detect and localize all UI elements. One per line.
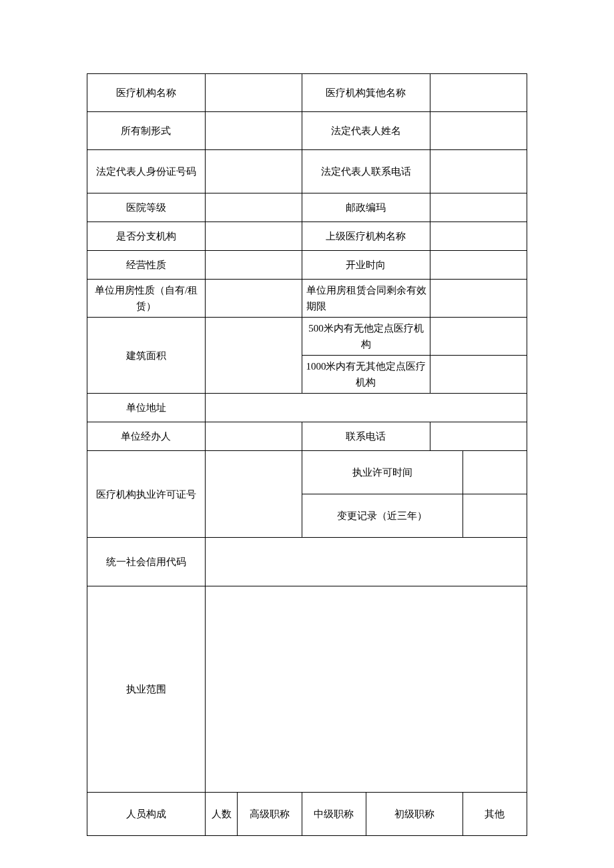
label-building-area: 建筑面积 (87, 318, 206, 394)
label-license-time: 执业许可时间 (302, 451, 463, 494)
value-operator (205, 422, 302, 451)
value-contact-phone (430, 422, 527, 451)
value-500m-nearby (430, 318, 527, 356)
label-org-other-name: 医疗机构箕他名称 (302, 74, 430, 112)
label-parent-org: 上级医疗机构名称 (302, 222, 430, 251)
value-legal-rep-phone (430, 150, 527, 193)
label-address: 单位地址 (87, 394, 206, 422)
label-operator: 单位经办人 (87, 422, 206, 451)
label-contact-phone: 联系电话 (302, 422, 430, 451)
value-license-no (205, 451, 302, 538)
label-postal-code: 邮政编玛 (302, 193, 430, 222)
label-500m-nearby: 500米内有无他定点医疗机构 (302, 318, 430, 356)
value-license-time (463, 451, 527, 494)
value-legal-rep-id (205, 150, 302, 193)
value-business-nature (205, 251, 302, 280)
value-change-record (463, 494, 527, 538)
value-lease-remain (430, 280, 527, 318)
value-uscc (205, 538, 527, 586)
label-legal-rep-name: 法定代表人姓名 (302, 112, 430, 150)
value-ownership (205, 112, 302, 150)
value-practice-scope (205, 586, 527, 793)
label-lease-remain: 单位用房租赁合同剩余有效期限 (302, 280, 430, 318)
col-count: 人数 (205, 793, 237, 836)
value-1000m-nearby (430, 356, 527, 394)
label-house-nature: 单位用房性质（自有/租赁） (87, 280, 206, 318)
label-business-nature: 经营性质 (87, 251, 206, 280)
label-1000m-nearby: 1000米内有无其他定点医疗机构 (302, 356, 430, 394)
col-senior: 高级职称 (238, 793, 302, 836)
value-legal-rep-name (430, 112, 527, 150)
value-building-area (205, 318, 302, 394)
value-hospital-grade (205, 193, 302, 222)
label-practice-scope: 执业范围 (87, 586, 206, 793)
label-org-name: 医疗机构名称 (87, 74, 206, 112)
form-table: 医疗机构名称 医疗机构箕他名称 所有制形式 法定代表人姓名 法定代表人身份证号码… (87, 73, 527, 836)
label-license-no: 医疗机构执业许可证号 (87, 451, 206, 538)
label-staff-composition: 人员构成 (87, 793, 206, 836)
label-change-record: 变更记录（近三年） (302, 494, 463, 538)
value-org-name (205, 74, 302, 112)
value-address (205, 394, 527, 422)
col-middle: 中级职称 (302, 793, 366, 836)
col-other: 其他 (463, 793, 527, 836)
label-ownership: 所有制形式 (87, 112, 206, 150)
label-open-time: 开业时向 (302, 251, 430, 280)
label-legal-rep-phone: 法定代表人联系电话 (302, 150, 430, 193)
label-uscc: 统一社会信用代码 (87, 538, 206, 586)
label-legal-rep-id: 法定代表人身份证号码 (87, 150, 206, 193)
label-hospital-grade: 医院等级 (87, 193, 206, 222)
value-house-nature (205, 280, 302, 318)
label-is-branch: 是否分支机构 (87, 222, 206, 251)
value-is-branch (205, 222, 302, 251)
col-junior: 初级职称 (366, 793, 463, 836)
value-org-other-name (430, 74, 527, 112)
value-postal-code (430, 193, 527, 222)
value-parent-org (430, 222, 527, 251)
value-open-time (430, 251, 527, 280)
